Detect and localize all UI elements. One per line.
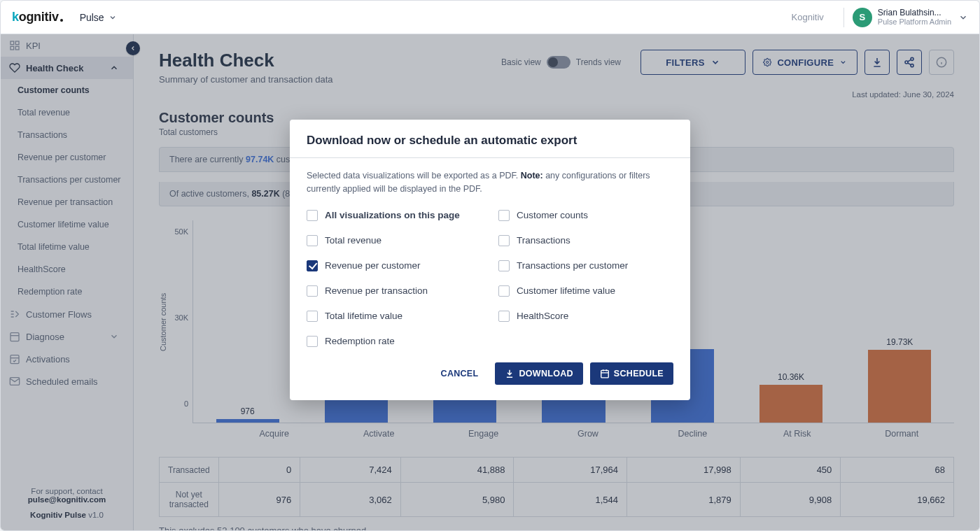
export-option-checkbox[interactable]: Customer counts <box>498 210 673 221</box>
export-option-checkbox[interactable]: Total revenue <box>307 235 482 246</box>
checkbox-icon <box>307 235 318 246</box>
checkbox-icon <box>498 235 510 246</box>
cancel-button[interactable]: CANCEL <box>431 362 489 385</box>
top-bar: kognitiv Pulse Kognitiv S Srian Bulathsi… <box>1 1 979 34</box>
checkbox-label: Total revenue <box>325 235 382 246</box>
checkbox-icon <box>307 336 318 347</box>
checkbox-label: Customer lifetime value <box>517 285 615 296</box>
user-role: Pulse Platform Admin <box>878 17 951 26</box>
product-switcher[interactable]: Pulse <box>80 12 117 23</box>
modal-note: Selected data visualizations will be exp… <box>307 169 673 196</box>
checkbox-label: Revenue per transaction <box>325 285 428 296</box>
export-option-checkbox[interactable]: Customer lifetime value <box>498 285 673 297</box>
checkbox-label: Revenue per customer <box>325 260 421 271</box>
svg-rect-18 <box>601 370 609 378</box>
export-option-checkbox[interactable]: Redemption rate <box>307 336 482 347</box>
export-option-checkbox[interactable]: Total lifetime value <box>307 311 482 322</box>
user-name: Srian Bulathsin... <box>878 8 951 17</box>
checkbox-label: Redemption rate <box>325 336 395 346</box>
checkbox-icon <box>498 285 510 297</box>
user-menu[interactable]: S Srian Bulathsin... Pulse Platform Admi… <box>853 8 968 27</box>
checkbox-label: HealthScore <box>517 311 568 321</box>
export-option-checkbox[interactable]: Revenue per transaction <box>307 285 482 297</box>
tenant-name: Kognitiv <box>792 12 824 22</box>
checkbox-icon <box>307 260 318 271</box>
checkbox-label: Total lifetime value <box>325 311 402 321</box>
checkbox-label: Customer counts <box>517 210 588 220</box>
brand-logo: kognitiv <box>12 10 63 24</box>
export-option-checkbox[interactable]: Transactions per customer <box>498 260 673 271</box>
export-option-checkbox[interactable]: All visualizations on this page <box>307 210 482 221</box>
download-now-button[interactable]: DOWNLOAD <box>495 362 582 385</box>
calendar-icon <box>600 369 610 378</box>
checkbox-icon <box>307 210 318 221</box>
export-modal: Download now or schedule an automatic ex… <box>290 120 690 400</box>
chevron-down-icon <box>958 13 968 22</box>
checkbox-icon <box>498 260 510 271</box>
avatar: S <box>853 8 872 27</box>
schedule-button[interactable]: SCHEDULE <box>590 362 673 385</box>
checkbox-icon <box>498 210 510 221</box>
checkbox-icon <box>498 311 510 322</box>
checkbox-icon <box>307 311 318 322</box>
checkbox-label: Transactions per customer <box>517 260 628 271</box>
download-icon <box>505 369 514 378</box>
checkbox-label: All visualizations on this page <box>325 210 460 220</box>
divider <box>844 8 844 27</box>
export-option-checkbox[interactable]: Revenue per customer <box>307 260 482 271</box>
modal-title: Download now or schedule an automatic ex… <box>290 120 690 158</box>
checkbox-label: Transactions <box>517 235 570 246</box>
chevron-down-icon <box>108 13 117 22</box>
checkbox-icon <box>307 285 318 297</box>
export-option-checkbox[interactable]: HealthScore <box>498 311 673 322</box>
export-option-checkbox[interactable]: Transactions <box>498 235 673 246</box>
